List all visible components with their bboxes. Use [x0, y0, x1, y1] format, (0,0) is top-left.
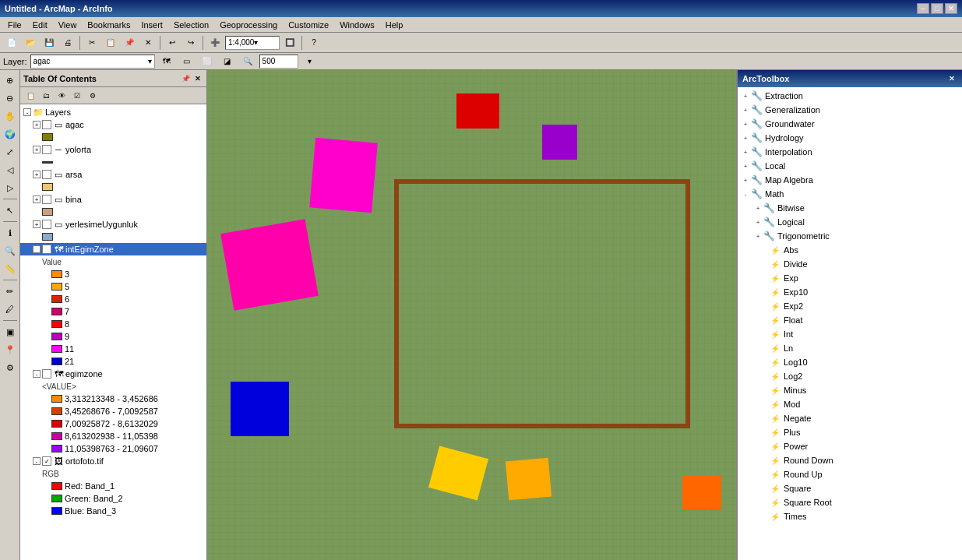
tool-log2[interactable]: ⚡ Log2 [738, 369, 962, 383]
math-expand[interactable]: - [741, 189, 750, 199]
menu-customize[interactable]: Customize [284, 19, 333, 31]
toolbox-math[interactable]: - 🔧 Math [738, 187, 962, 201]
tool-abs[interactable]: ⚡ Abs [738, 243, 962, 257]
clear-select-btn[interactable]: ⬜ [199, 54, 216, 69]
paste-button[interactable]: 📌 [121, 35, 138, 51]
tool-plus[interactable]: ⚡ Plus [738, 425, 962, 439]
tool-divide[interactable]: ⚡ Divide [738, 257, 962, 271]
menu-selection[interactable]: Selection [169, 19, 213, 31]
identify-tool[interactable]: ℹ [2, 224, 19, 241]
agac-expand[interactable]: + [33, 121, 41, 129]
bitwise-expand[interactable]: + [753, 203, 763, 213]
zoom-tools[interactable]: 🔲 [281, 35, 298, 51]
map-area[interactable] [207, 70, 736, 560]
integimzone-expand[interactable]: - [33, 245, 41, 253]
layer-egimzone[interactable]: - 🗺 egimzone [20, 368, 206, 380]
tool-ln[interactable]: ⚡ Ln [738, 341, 962, 355]
distance-input[interactable]: 500 [259, 55, 298, 69]
toc-options-btn[interactable]: ⚙ [86, 90, 100, 102]
menu-edit[interactable]: Edit [28, 19, 52, 31]
tool-float[interactable]: ⚡ Float [738, 313, 962, 327]
integimzone-checkbox[interactable] [42, 245, 51, 254]
new-button[interactable]: 📄 [3, 35, 20, 51]
prev-extent-tool[interactable]: ◁ [2, 161, 19, 178]
yolorta-checkbox[interactable] [42, 145, 51, 154]
toc-list-btn[interactable]: 📋 [23, 90, 37, 102]
minimize-button[interactable]: ─ [917, 3, 929, 14]
add-data-button[interactable]: ➕ [206, 35, 224, 51]
toolbox-extraction[interactable]: + 🔧 Extraction [738, 89, 962, 103]
egimzone-checkbox[interactable] [42, 369, 51, 379]
toolbox-hydrology[interactable]: + 🔧 Hydrology [738, 131, 962, 145]
menu-windows[interactable]: Windows [335, 19, 379, 31]
layers-root[interactable]: - 📁 Layers [20, 106, 206, 118]
logical-expand[interactable]: + [753, 217, 763, 227]
layer-dropdown[interactable]: agac ▾ [30, 55, 155, 69]
zoom-out-tool[interactable]: ⊖ [2, 90, 19, 107]
agac-checkbox[interactable] [42, 120, 51, 129]
ortofoto-expand[interactable]: - [33, 457, 41, 465]
select-tool[interactable]: ↖ [2, 202, 19, 219]
groundwater-expand[interactable]: + [741, 119, 750, 129]
find-tool[interactable]: 🔍 [2, 242, 19, 259]
tool-minus[interactable]: ⚡ Minus [738, 383, 962, 397]
save-button[interactable]: 💾 [41, 35, 58, 51]
tool-exp[interactable]: ⚡ Exp [738, 271, 962, 285]
interpolation-expand[interactable]: + [741, 147, 750, 157]
layer-agac[interactable]: + ▭ agac [20, 118, 206, 131]
tool-power[interactable]: ⚡ Power [738, 439, 962, 453]
globe-tool[interactable]: 🌍 [2, 125, 19, 143]
layer-yerlesime[interactable]: + ▭ yerlesimeUygunluk [20, 218, 206, 231]
menu-insert[interactable]: Insert [136, 19, 167, 31]
toolbox-groundwater[interactable]: + 🔧 Groundwater [738, 117, 962, 131]
layer-yolorta[interactable]: + ─ yolorta [20, 143, 206, 156]
next-extent-tool[interactable]: ▷ [2, 179, 19, 196]
layer-integimzone[interactable]: - 🗺 intEgimZone [20, 243, 206, 255]
scale-input[interactable]: 1:4,000 ▾ [225, 36, 280, 50]
tool-exp10[interactable]: ⚡ Exp10 [738, 285, 962, 299]
toolbox-map-algebra[interactable]: + 🔧 Map Algebra [738, 173, 962, 187]
tool-mod[interactable]: ⚡ Mod [738, 397, 962, 411]
map-algebra-expand[interactable]: + [741, 175, 750, 185]
tool-round-down[interactable]: ⚡ Round Down [738, 453, 962, 467]
select-all-btn[interactable]: ◪ [219, 54, 236, 69]
copy-button[interactable]: 📋 [102, 35, 119, 51]
settings-tool[interactable]: ⚙ [2, 359, 19, 376]
toc-float-btn[interactable]: 📌 [180, 73, 191, 84]
arsa-checkbox[interactable] [42, 170, 51, 179]
tool-square[interactable]: ⚡ Square [738, 481, 962, 495]
toolbox-trigonometric[interactable]: + 🔧 Trigonometric [738, 229, 962, 243]
bina-checkbox[interactable] [42, 195, 51, 204]
tool-negate[interactable]: ⚡ Negate [738, 411, 962, 425]
egimzone-expand[interactable]: - [33, 370, 41, 378]
toolbox-logical[interactable]: + 🔧 Logical [738, 215, 962, 229]
tool-exp2[interactable]: ⚡ Exp2 [738, 299, 962, 313]
sketch-tool[interactable]: 🖊 [2, 301, 19, 318]
layer-bina[interactable]: + ▭ bina [20, 193, 206, 206]
tool-square-root[interactable]: ⚡ Square Root [738, 495, 962, 509]
edit-tool[interactable]: ✏ [2, 283, 19, 300]
toolbox-local[interactable]: + 🔧 Local [738, 159, 962, 173]
toc-vis-btn[interactable]: 👁 [55, 90, 69, 102]
layer-arsa[interactable]: + ▭ arsa [20, 168, 206, 181]
pan-tool[interactable]: ✋ [2, 107, 19, 125]
toc-sel-btn[interactable]: ☑ [70, 90, 84, 102]
menu-geoprocessing[interactable]: Geoprocessing [215, 19, 282, 31]
bina-expand[interactable]: + [33, 195, 41, 203]
toolbox-interpolation[interactable]: + 🔧 Interpolation [738, 145, 962, 159]
arctoolbox-close-btn[interactable]: ✕ [946, 73, 957, 84]
yerlesime-checkbox[interactable] [42, 220, 51, 229]
zoom-btn[interactable]: 🔍 [239, 54, 256, 69]
layers-expand[interactable]: - [23, 108, 31, 116]
hydrology-expand[interactable]: + [741, 133, 750, 143]
menu-bookmarks[interactable]: Bookmarks [83, 19, 135, 31]
generalization-expand[interactable]: + [741, 105, 750, 114]
measure-tool[interactable]: 📏 [2, 260, 19, 277]
cut-button[interactable]: ✂ [83, 35, 100, 51]
yerlesime-expand[interactable]: + [33, 220, 41, 228]
distance-unit-btn[interactable]: ▾ [301, 54, 319, 69]
print-button[interactable]: 🖨 [59, 35, 76, 51]
tool-int[interactable]: ⚡ Int [738, 327, 962, 341]
toc-close-btn[interactable]: ✕ [192, 73, 203, 84]
tool-log10[interactable]: ⚡ Log10 [738, 355, 962, 369]
